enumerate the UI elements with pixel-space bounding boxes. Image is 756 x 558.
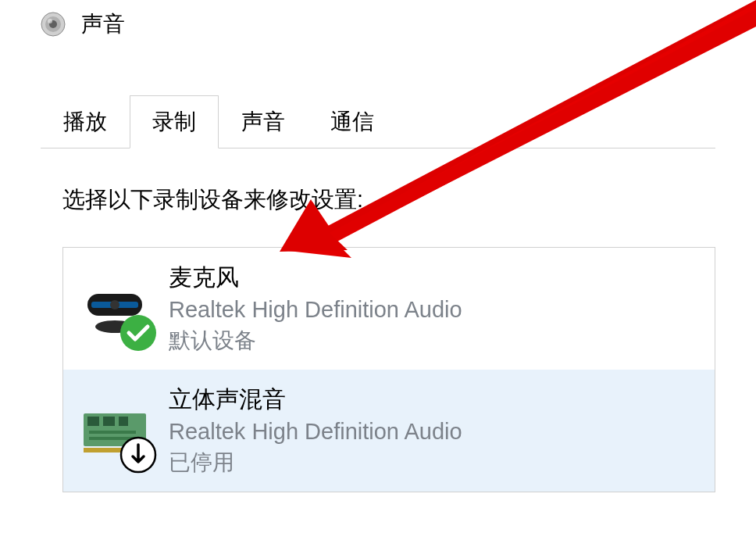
device-item-microphone[interactable]: 麦克风 Realtek High Definition Audio 默认设备 <box>63 248 715 370</box>
speaker-icon <box>39 10 67 38</box>
device-list: 麦克风 Realtek High Definition Audio 默认设备 <box>62 247 715 492</box>
device-name: 立体声混音 <box>169 384 462 416</box>
tab-content: 选择以下录制设备来修改设置: <box>41 148 715 492</box>
device-status: 已停用 <box>169 448 462 478</box>
window-header: 声音 <box>0 0 756 48</box>
device-icon-wrapper <box>77 394 152 468</box>
device-icon-wrapper <box>77 272 152 346</box>
tab-communications[interactable]: 通信 <box>308 95 397 148</box>
svg-rect-12 <box>119 417 128 426</box>
svg-rect-10 <box>87 417 99 426</box>
svg-point-7 <box>110 300 119 309</box>
tab-playback[interactable]: 播放 <box>41 95 130 148</box>
device-status: 默认设备 <box>169 326 462 356</box>
tab-recording[interactable]: 录制 <box>130 95 219 148</box>
tab-sounds[interactable]: 声音 <box>219 95 308 148</box>
svg-point-8 <box>120 315 156 351</box>
window-title: 声音 <box>81 9 125 39</box>
tabs-container: 播放 录制 声音 通信 <box>41 95 715 148</box>
device-driver: Realtek High Definition Audio <box>169 419 462 445</box>
svg-point-3 <box>48 19 52 23</box>
device-item-stereo-mix[interactable]: 立体声混音 Realtek High Definition Audio 已停用 <box>63 370 715 492</box>
device-name: 麦克风 <box>169 262 462 294</box>
disabled-badge-icon <box>119 435 158 474</box>
device-driver: Realtek High Definition Audio <box>169 297 462 323</box>
svg-rect-13 <box>89 431 136 434</box>
svg-rect-11 <box>103 417 115 426</box>
device-info: 麦克风 Realtek High Definition Audio 默认设备 <box>169 262 462 356</box>
instruction-text: 选择以下录制设备来修改设置: <box>62 184 715 216</box>
default-badge-icon <box>119 313 158 352</box>
device-info: 立体声混音 Realtek High Definition Audio 已停用 <box>169 384 462 478</box>
